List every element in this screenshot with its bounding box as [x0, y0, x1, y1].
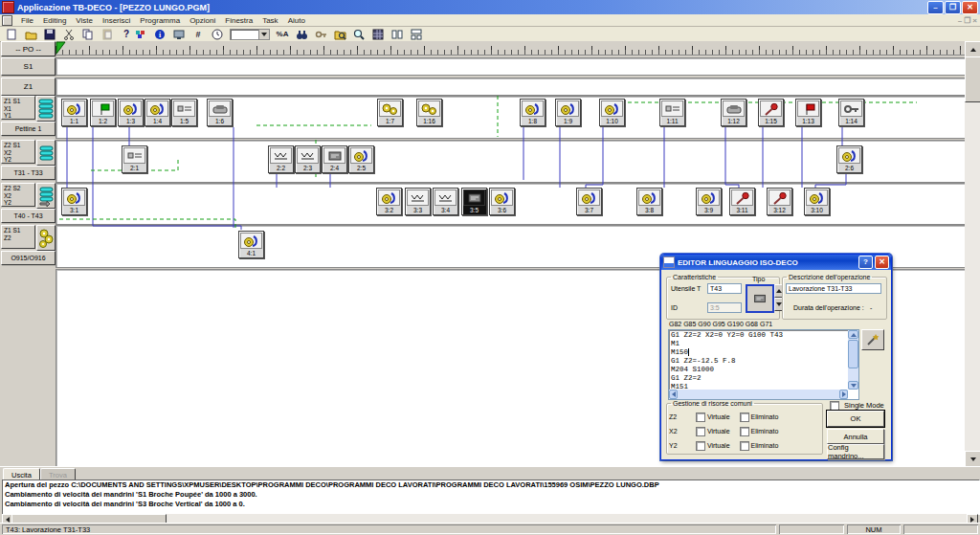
timeline-op-3:8[interactable]: 3:8	[636, 188, 662, 215]
percent-icon[interactable]: %A	[274, 27, 292, 41]
timeline-op-1:7[interactable]: 1:7	[377, 99, 403, 126]
vertical-scrollbar[interactable]	[965, 41, 980, 465]
timeline-op-3:2[interactable]: 3:2	[376, 188, 402, 215]
monitor-icon[interactable]	[170, 27, 189, 41]
timeline-op-3:10[interactable]: 3:10	[804, 188, 830, 215]
timeline-op-3:6[interactable]: 3:6	[489, 188, 515, 215]
timeline-op-1:1[interactable]: 1:1	[61, 99, 87, 126]
timeline-op-2:5[interactable]: 2:5	[348, 145, 374, 173]
timeline-op-1:13[interactable]: 1:13	[795, 99, 821, 126]
menu-finestra[interactable]: Finestra	[220, 16, 257, 25]
layout-rows-icon[interactable]	[408, 27, 426, 41]
timeline-op-3:5[interactable]: 3:5	[461, 188, 487, 215]
timeline-op-2:4[interactable]: 2:4	[322, 145, 347, 173]
timeline-op-3:11[interactable]: 3:11	[729, 188, 755, 215]
code-scroll-up-icon[interactable]	[848, 330, 858, 339]
timeline-op-1:11[interactable]: 1:11	[659, 99, 685, 126]
wizard-button[interactable]	[861, 329, 884, 350]
sidebar-item-pettine-1[interactable]: Pettine 1	[1, 122, 56, 136]
grid-icon[interactable]	[369, 27, 388, 41]
timeline-op-3:12[interactable]: 3:12	[767, 188, 792, 215]
virtuale-option[interactable]: Virtuale	[696, 428, 730, 435]
eliminato-option[interactable]: Eliminato	[740, 442, 779, 449]
menu-viste[interactable]: Viste	[71, 16, 98, 25]
eliminato-option[interactable]: Eliminato	[740, 413, 779, 420]
menu-opzioni[interactable]: Opzioni	[185, 16, 220, 25]
timeline-op-3:4[interactable]: 3:4	[433, 188, 458, 215]
virtuale-checkbox[interactable]	[696, 427, 705, 436]
code-scroll-left-icon[interactable]	[669, 390, 678, 399]
dialog-close-icon[interactable]: ✕	[875, 256, 889, 269]
descrizione-input[interactable]	[786, 283, 881, 294]
layout-cols-icon[interactable]	[389, 27, 407, 41]
timeline-op-2:2[interactable]: 2:2	[268, 145, 294, 173]
timeline-op-1:6[interactable]: 1:6	[207, 99, 233, 126]
timeline-op-1:16[interactable]: 1:16	[416, 99, 442, 126]
utensile-input[interactable]	[707, 283, 742, 294]
restore-icon[interactable]: ❐	[945, 1, 961, 14]
config-mandrino-button[interactable]: Config mandrino...	[827, 444, 884, 459]
tipo-icon-button[interactable]	[746, 284, 774, 313]
timeline-op-1:12[interactable]: 1:12	[721, 99, 746, 126]
sidebar-item-t40-t43[interactable]: T40 - T43	[1, 209, 56, 223]
code-scroll-down-icon[interactable]	[848, 381, 858, 390]
code-scroll-right-icon[interactable]	[839, 390, 848, 399]
timeline-op-4:1[interactable]: 4:1	[238, 231, 264, 258]
annulla-button[interactable]: Annulla	[827, 429, 884, 444]
menu-file[interactable]: File	[16, 16, 38, 25]
help-icon[interactable]: ?	[858, 256, 873, 269]
menu-aiuto[interactable]: Aiuto	[283, 16, 310, 25]
ok-button[interactable]: OK	[827, 411, 884, 427]
copy-icon[interactable]	[79, 27, 98, 41]
tool-selector-dropdown[interactable]	[230, 29, 270, 40]
timeline-op-1:8[interactable]: 1:8	[520, 99, 546, 126]
eliminato-option[interactable]: Eliminato	[740, 428, 779, 435]
scroll-down-icon[interactable]	[965, 451, 980, 467]
code-vscrollbar[interactable]	[848, 330, 858, 390]
eliminato-checkbox[interactable]	[740, 412, 749, 422]
timeline-op-3:3[interactable]: 3:3	[405, 188, 431, 215]
timeline-op-3:7[interactable]: 3:7	[576, 188, 602, 215]
code-hscrollbar[interactable]	[669, 390, 848, 399]
timeline-op-1:10[interactable]: 1:10	[599, 99, 625, 126]
blocks-icon[interactable]	[132, 27, 150, 41]
code-vthumb[interactable]	[848, 340, 858, 368]
virtuale-option[interactable]: Virtuale	[696, 442, 730, 449]
single-mode-checkbox[interactable]	[830, 401, 839, 411]
hash-icon[interactable]: #	[189, 27, 208, 41]
info-icon[interactable]: i	[151, 27, 169, 41]
folder-open-icon[interactable]	[22, 27, 40, 41]
doc-new-icon[interactable]	[3, 27, 21, 41]
sidebar-item-o915-o916[interactable]: O915/O916	[1, 251, 56, 265]
sidebar-item-t31-t33[interactable]: T31 - T33	[1, 166, 56, 180]
mdi-close-icon[interactable]: ×	[972, 16, 977, 25]
magnifier-icon[interactable]	[350, 27, 368, 41]
binoculars-icon[interactable]	[293, 27, 311, 41]
virtuale-option[interactable]: Virtuale	[696, 413, 730, 420]
single-mode-row[interactable]: Single Mode	[830, 401, 884, 411]
timeline-op-2:6[interactable]: 2:6	[836, 145, 862, 173]
menu-task[interactable]: Task	[257, 16, 282, 25]
timeline-op-1:15[interactable]: 1:15	[758, 99, 784, 126]
clock-icon[interactable]	[209, 27, 227, 41]
timeline-op-1:5[interactable]: 1:5	[171, 99, 197, 126]
virtuale-checkbox[interactable]	[696, 412, 705, 422]
scroll-up-icon[interactable]	[965, 41, 980, 57]
timeline-op-1:9[interactable]: 1:9	[555, 99, 581, 126]
key-icon[interactable]	[312, 27, 330, 41]
eliminato-checkbox[interactable]	[740, 427, 749, 436]
cut-icon[interactable]	[60, 27, 78, 41]
folder-search-icon[interactable]	[331, 27, 349, 41]
close-icon[interactable]: ✕	[962, 1, 978, 14]
document-icon[interactable]	[2, 15, 12, 26]
timeline-op-2:1[interactable]: 2:1	[122, 145, 147, 173]
paste-icon[interactable]	[99, 27, 117, 41]
timeline-op-3:9[interactable]: 3:9	[696, 188, 722, 215]
output-hscrollbar[interactable]	[2, 514, 978, 523]
save-icon[interactable]	[41, 27, 59, 41]
virtuale-checkbox[interactable]	[696, 441, 705, 451]
scrollbar-thumb[interactable]	[965, 56, 980, 102]
mdi-restore-icon[interactable]: ❐	[964, 16, 970, 25]
minimize-icon[interactable]: –	[927, 1, 944, 14]
timeline-op-2:3[interactable]: 2:3	[295, 145, 321, 173]
